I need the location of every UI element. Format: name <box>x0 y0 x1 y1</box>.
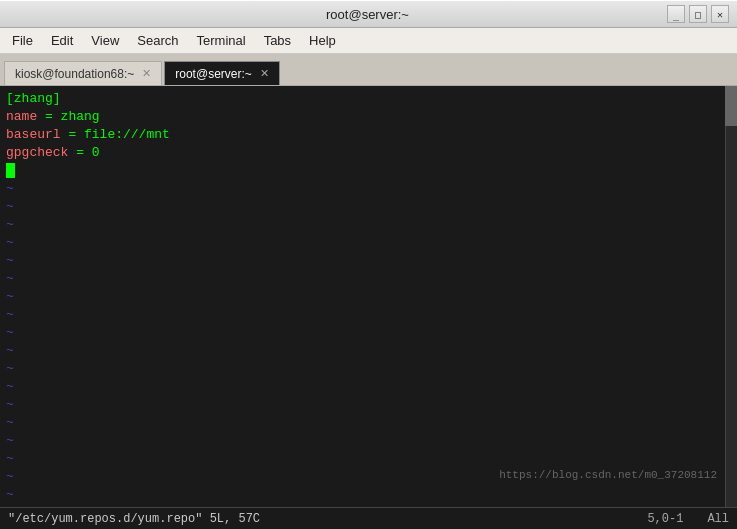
terminal-tilde-2: ~ <box>6 198 731 216</box>
close-button[interactable]: ✕ <box>711 5 729 23</box>
statusbar-filename: "/etc/yum.repos.d/yum.repo" 5L, 57C <box>8 512 260 526</box>
tab-kiosk[interactable]: kiosk@foundation68:~ ✕ <box>4 61 162 85</box>
tab-root[interactable]: root@server:~ ✕ <box>164 61 280 85</box>
terminal-line-5 <box>6 162 731 180</box>
terminal-tilde-14: ~ <box>6 414 731 432</box>
terminal-tilde-4: ~ <box>6 234 731 252</box>
menu-help[interactable]: Help <box>301 31 344 50</box>
statusbar-scroll: All <box>707 512 729 526</box>
terminal-tilde-17: ~ <box>6 468 731 486</box>
terminal-tilde-9: ~ <box>6 324 731 342</box>
tab-root-close[interactable]: ✕ <box>260 67 269 80</box>
titlebar: root@server:~ _ □ ✕ <box>0 0 737 28</box>
window-controls: _ □ ✕ <box>667 5 729 23</box>
terminal-line-2: name = zhang <box>6 108 731 126</box>
maximize-button[interactable]: □ <box>689 5 707 23</box>
terminal-tilde-15: ~ <box>6 432 731 450</box>
menu-file[interactable]: File <box>4 31 41 50</box>
titlebar-title: root@server:~ <box>68 7 667 22</box>
terminal-tilde-16: ~ <box>6 450 731 468</box>
terminal-tilde-6: ~ <box>6 270 731 288</box>
terminal-tilde-13: ~ <box>6 396 731 414</box>
menu-view[interactable]: View <box>83 31 127 50</box>
tab-root-label: root@server:~ <box>175 67 252 81</box>
terminal-tilde-18: ~ <box>6 486 731 504</box>
statusbar-position: 5,0-1 <box>647 512 683 526</box>
terminal-tilde-5: ~ <box>6 252 731 270</box>
menu-search[interactable]: Search <box>129 31 186 50</box>
scrollbar-thumb[interactable] <box>725 86 737 126</box>
tab-kiosk-label: kiosk@foundation68:~ <box>15 67 134 81</box>
terminal-tilde-1: ~ <box>6 180 731 198</box>
minimize-button[interactable]: _ <box>667 5 685 23</box>
terminal-content[interactable]: [zhang] name = zhang baseurl = file:///m… <box>0 86 737 507</box>
terminal-tilde-7: ~ <box>6 288 731 306</box>
terminal-line-3: baseurl = file:///mnt <box>6 126 731 144</box>
terminal-tilde-11: ~ <box>6 360 731 378</box>
terminal-tilde-19: ~ <box>6 504 731 507</box>
menu-edit[interactable]: Edit <box>43 31 81 50</box>
terminal-line-4: gpgcheck = 0 <box>6 144 731 162</box>
statusbar-right: 5,0-1 All <box>647 512 729 526</box>
terminal-tilde-3: ~ <box>6 216 731 234</box>
terminal-line-1: [zhang] <box>6 90 731 108</box>
menu-tabs[interactable]: Tabs <box>256 31 299 50</box>
statusbar: "/etc/yum.repos.d/yum.repo" 5L, 57C 5,0-… <box>0 507 737 529</box>
menubar: File Edit View Search Terminal Tabs Help <box>0 28 737 54</box>
tabbar: kiosk@foundation68:~ ✕ root@server:~ ✕ <box>0 54 737 86</box>
menu-terminal[interactable]: Terminal <box>189 31 254 50</box>
terminal-tilde-10: ~ <box>6 342 731 360</box>
tab-kiosk-close[interactable]: ✕ <box>142 67 151 80</box>
terminal-tilde-8: ~ <box>6 306 731 324</box>
terminal-tilde-12: ~ <box>6 378 731 396</box>
scrollbar[interactable] <box>725 86 737 507</box>
